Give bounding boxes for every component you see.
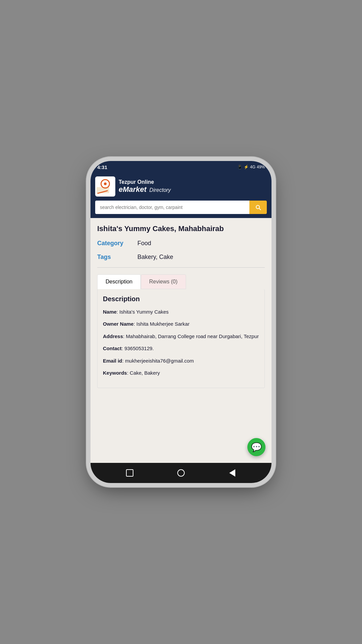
category-row: Category Food	[97, 240, 265, 247]
desc-contact-row: Contact: 9365053129.	[103, 345, 259, 353]
tab-description[interactable]: Description	[97, 274, 141, 289]
search-icon	[255, 204, 261, 211]
desc-email-row: Email id: mukherjeeishita76@gmail.com	[103, 357, 259, 365]
desc-address-label: Address	[103, 333, 123, 339]
desc-name-value: Ishita's Yummy Cakes	[119, 309, 169, 315]
desc-contact-label: Contact	[103, 345, 122, 351]
desc-email-label: Email id	[103, 358, 122, 364]
main-content: Ishita's Yummy Cakes, Mahabhairab Catego…	[90, 218, 272, 480]
desc-name-label: Name	[103, 309, 117, 315]
square-icon	[126, 469, 133, 477]
app-header: Tezpur Online eMarket Directory	[90, 173, 272, 201]
phone-frame: 4:31 📱 ⚡ 4G 49% Tezpur Online eMark	[90, 161, 272, 483]
desc-keywords-row: Keywords: Cake, Bakery	[103, 369, 259, 377]
divider	[97, 267, 265, 268]
description-panel: Description Name: Ishita's Yummy Cakes O…	[97, 289, 265, 388]
desc-owner-row: Owner Name: Ishita Mukherjee Sarkar	[103, 320, 259, 328]
search-input[interactable]	[95, 201, 249, 214]
logo	[95, 176, 115, 197]
battery-label: 49%	[257, 165, 265, 169]
status-icons: 📱 ⚡ 4G 49%	[237, 165, 265, 169]
nav-back-button[interactable]	[226, 467, 238, 479]
desc-contact-value: 9365053129.	[124, 345, 154, 351]
status-bar: 4:31 📱 ⚡ 4G 49%	[90, 161, 272, 173]
search-bar	[90, 201, 272, 218]
tabs: Description Reviews (0)	[97, 274, 265, 289]
category-value: Food	[137, 240, 151, 247]
desc-address-row: Address: Mahabhairab, Darrang College ro…	[103, 333, 259, 340]
search-button[interactable]	[249, 201, 267, 214]
tags-label: Tags	[97, 254, 137, 261]
nav-square-button[interactable]	[124, 467, 136, 479]
chat-icon: 💬	[251, 442, 262, 452]
desc-name-row: Name: Ishita's Yummy Cakes	[103, 308, 259, 316]
tab-reviews[interactable]: Reviews (0)	[141, 274, 186, 289]
desc-heading: Description	[103, 295, 259, 303]
brand-line2: eMarket Directory	[119, 187, 171, 193]
category-label: Category	[97, 240, 137, 247]
time: 4:31	[97, 164, 107, 170]
desc-owner-value: Ishita Mukherjee Sarkar	[136, 321, 189, 327]
back-icon	[229, 469, 235, 477]
brand-line1: Tezpur Online	[119, 179, 171, 185]
chat-fab-button[interactable]: 💬	[247, 438, 265, 456]
circle-icon	[177, 469, 185, 477]
business-title: Ishita's Yummy Cakes, Mahabhairab	[97, 224, 265, 234]
desc-owner-label: Owner Name	[103, 321, 134, 327]
whatsapp-icon: 📱	[237, 165, 242, 169]
network-label: 4G	[250, 165, 255, 169]
bottom-nav	[90, 463, 272, 483]
tags-row: Tags Bakery, Cake	[97, 254, 265, 261]
desc-keywords-label: Keywords	[103, 370, 127, 376]
nav-home-button[interactable]	[175, 467, 187, 479]
desc-address-value: Mahabhairab, Darrang College road near D…	[126, 333, 259, 339]
desc-keywords-value: Cake, Bakery	[130, 370, 160, 376]
signal-icon: ⚡	[244, 165, 249, 169]
tags-value: Bakery, Cake	[137, 254, 173, 261]
brand-title: Tezpur Online eMarket Directory	[119, 179, 171, 194]
desc-email-value: mukherjeeishita76@gmail.com	[125, 358, 194, 364]
